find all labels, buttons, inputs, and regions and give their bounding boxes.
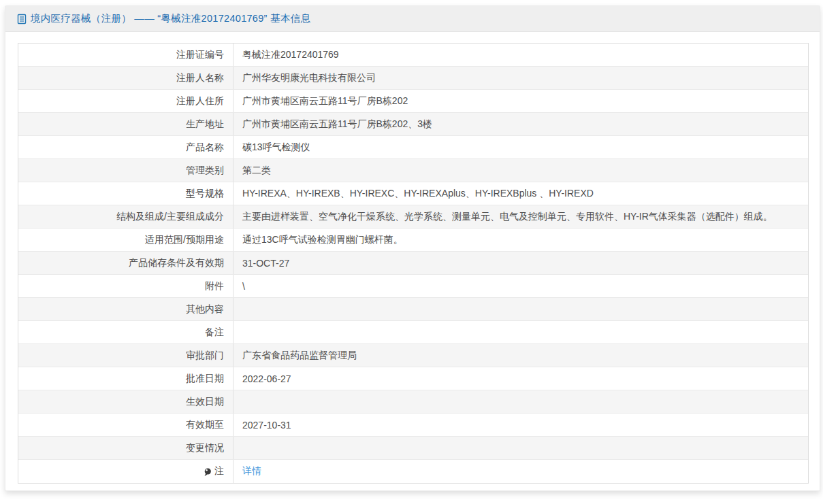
- row-label-text: 生产地址: [186, 118, 224, 131]
- row-label-text: 审批部门: [186, 350, 224, 362]
- row-label-text: 批准日期: [186, 373, 224, 385]
- table-row: 注详情: [18, 460, 808, 483]
- row-label-text: 管理类别: [186, 165, 224, 177]
- row-label: 有效期至: [18, 414, 233, 436]
- page-title: 境内医疗器械（注册） —— “粤械注准20172401769” 基本信息: [31, 12, 310, 25]
- row-label-text: 注册人名称: [176, 72, 224, 84]
- row-label: 备注: [18, 321, 233, 343]
- row-value: [233, 298, 808, 320]
- row-value: 粤械注准20172401769: [233, 44, 808, 66]
- row-label: 结构及组成/主要组成成分: [18, 205, 233, 228]
- table-row: 生效日期: [18, 390, 808, 414]
- row-label-text: 注: [214, 465, 224, 477]
- row-label: 附件: [18, 275, 233, 297]
- row-value: 2027-10-31: [233, 414, 808, 436]
- info-card: 境内医疗器械（注册） —— “粤械注准20172401769” 基本信息 注册证…: [5, 5, 820, 491]
- table-row: 注册证编号粤械注准20172401769: [18, 44, 808, 67]
- row-value: 广州市黄埔区南云五路11号厂房B栋202: [233, 90, 808, 112]
- table-row: 注册人名称广州华友明康光电科技有限公司: [18, 67, 808, 90]
- table-row: 适用范围/预期用途通过13C呼气试验检测胃幽门螺杆菌。: [18, 229, 808, 252]
- row-label: 产品名称: [18, 136, 233, 158]
- row-value: 详情: [233, 460, 808, 483]
- table-row: 备注: [18, 321, 808, 344]
- row-label: 型号规格: [18, 182, 233, 205]
- row-value: \: [233, 275, 808, 297]
- row-label-text: 有效期至: [186, 419, 224, 431]
- row-label-text: 结构及组成/主要组成成分: [116, 211, 224, 223]
- detail-link[interactable]: 详情: [242, 465, 261, 477]
- table-row: 管理类别第二类: [18, 159, 808, 182]
- row-label-text: 附件: [205, 280, 224, 292]
- row-value: 碳13呼气检测仪: [233, 136, 808, 158]
- row-label: 注册人名称: [18, 67, 233, 89]
- row-label: 审批部门: [18, 344, 233, 367]
- row-label-text: 其他内容: [186, 303, 224, 316]
- title-bar: 境内医疗器械（注册） —— “粤械注准20172401769” 基本信息: [5, 6, 820, 32]
- row-value: HY-IREXA、HY-IREXB、HY-IREXC、HY-IREXAplus、…: [233, 182, 808, 205]
- row-value: 广州华友明康光电科技有限公司: [233, 67, 808, 89]
- row-value: 广东省食品药品监督管理局: [233, 344, 808, 367]
- row-label-text: 适用范围/预期用途: [145, 234, 224, 246]
- row-label-text: 注册证编号: [176, 49, 224, 61]
- row-label: 注: [18, 460, 233, 483]
- row-label-text: 备注: [205, 326, 224, 339]
- row-label: 注册证编号: [18, 44, 233, 66]
- row-label-text: 注册人住所: [176, 95, 224, 107]
- table-row: 审批部门广东省食品药品监督管理局: [18, 344, 808, 367]
- row-label-text: 产品名称: [186, 141, 224, 154]
- row-label: 生产地址: [18, 113, 233, 135]
- row-label: 产品储存条件及有效期: [18, 252, 233, 274]
- row-label-text: 型号规格: [186, 188, 224, 200]
- row-label: 注册人住所: [18, 90, 233, 112]
- row-label: 管理类别: [18, 159, 233, 182]
- row-value: 主要由进样装置、空气净化干燥系统、光学系统、测量单元、电气及控制单元、专用软件、…: [233, 205, 808, 228]
- row-label: 批准日期: [18, 367, 233, 390]
- info-table: 注册证编号粤械注准20172401769注册人名称广州华友明康光电科技有限公司注…: [18, 43, 809, 484]
- row-value: 31-OCT-27: [233, 252, 808, 274]
- table-row: 型号规格HY-IREXA、HY-IREXB、HY-IREXC、HY-IREXAp…: [18, 182, 808, 205]
- table-row: 结构及组成/主要组成成分主要由进样装置、空气净化干燥系统、光学系统、测量单元、电…: [18, 205, 808, 229]
- row-value: [233, 437, 808, 459]
- table-row: 生产地址广州市黄埔区南云五路11号厂房B栋202、3楼: [18, 113, 808, 136]
- table-row: 注册人住所广州市黄埔区南云五路11号厂房B栋202: [18, 90, 808, 113]
- table-row: 产品储存条件及有效期31-OCT-27: [18, 252, 808, 275]
- row-label-text: 产品储存条件及有效期: [129, 257, 224, 269]
- row-label: 其他内容: [18, 298, 233, 320]
- table-row: 有效期至2027-10-31: [18, 414, 808, 437]
- row-label: 生效日期: [18, 390, 233, 413]
- row-label-text: 变更情况: [186, 442, 224, 454]
- table-row: 附件\: [18, 275, 808, 298]
- table-row: 批准日期2022-06-27: [18, 367, 808, 390]
- document-icon: [17, 14, 27, 24]
- row-label-text: 生效日期: [186, 396, 224, 408]
- table-row: 变更情况: [18, 437, 808, 460]
- row-label: 变更情况: [18, 437, 233, 459]
- row-value: 广州市黄埔区南云五路11号厂房B栋202、3楼: [233, 113, 808, 135]
- note-balloon-icon: [204, 468, 212, 477]
- row-value: [233, 390, 808, 413]
- table-row: 其他内容: [18, 298, 808, 321]
- row-label: 适用范围/预期用途: [18, 229, 233, 251]
- row-value: 2022-06-27: [233, 367, 808, 390]
- table-row: 产品名称碳13呼气检测仪: [18, 136, 808, 159]
- row-value: 通过13C呼气试验检测胃幽门螺杆菌。: [233, 229, 808, 251]
- row-value: 第二类: [233, 159, 808, 182]
- row-value: [233, 321, 808, 343]
